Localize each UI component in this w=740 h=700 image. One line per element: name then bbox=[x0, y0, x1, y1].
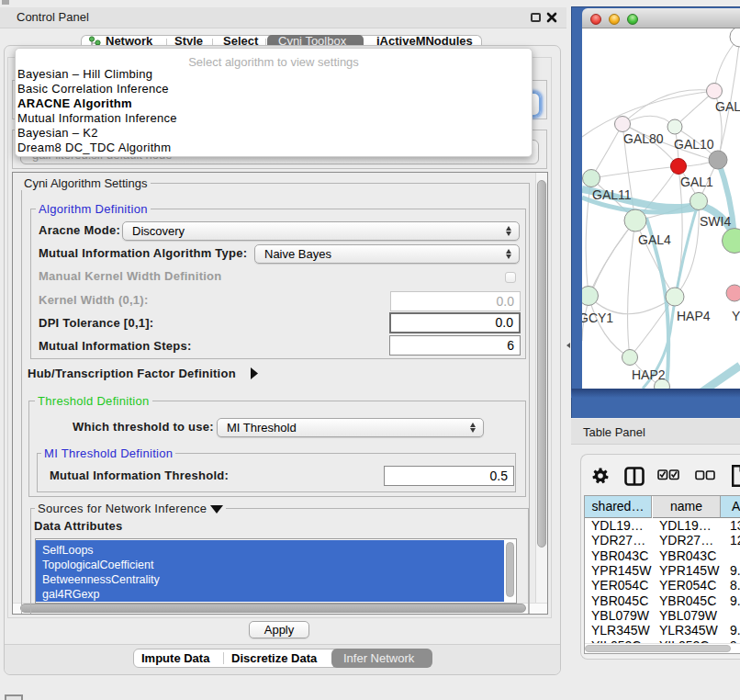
svg-text:SWI4: SWI4 bbox=[700, 214, 731, 229]
svg-text:GAL10: GAL10 bbox=[674, 137, 714, 152]
svg-text:GAL80: GAL80 bbox=[623, 131, 664, 146]
svg-text:GAL11: GAL11 bbox=[592, 187, 632, 202]
svg-text:GAL4: GAL4 bbox=[638, 232, 671, 247]
svg-text:GCY1: GCY1 bbox=[582, 310, 613, 325]
svg-text:HAP2: HAP2 bbox=[632, 367, 666, 382]
svg-text:HAP4: HAP4 bbox=[677, 309, 711, 323]
svg-text:Y: Y bbox=[732, 309, 740, 323]
svg-text:GAL7: GAL7 bbox=[715, 99, 740, 114]
svg-text:GAL1: GAL1 bbox=[680, 175, 713, 189]
